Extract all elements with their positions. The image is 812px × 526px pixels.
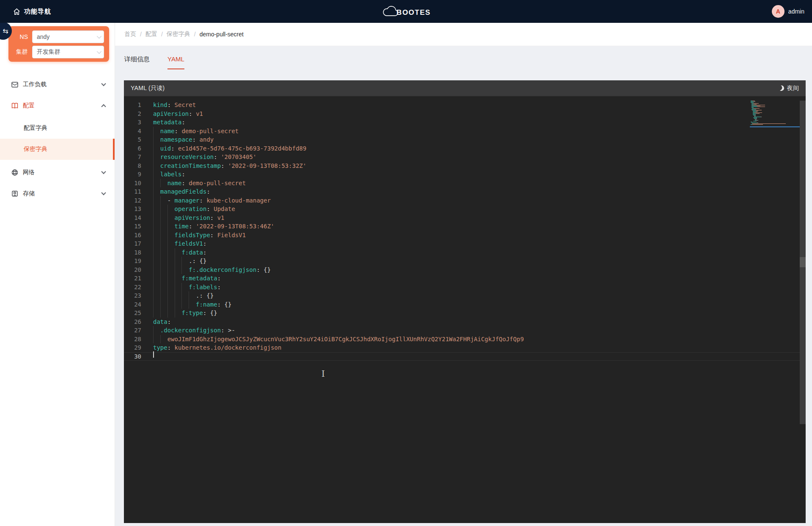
- line-number: 7: [124, 153, 141, 162]
- code-line: 17fieldsV1:: [124, 239, 806, 248]
- code-line: 23.: {}: [124, 291, 806, 300]
- line-number: 22: [124, 283, 141, 292]
- night-mode-label: 夜间: [787, 85, 799, 92]
- brand-logo: BOOTES: [381, 0, 431, 23]
- sidebar-menu: 工作负载 配置 配置字典 保密字典: [0, 72, 115, 202]
- namespace-select[interactable]: andy: [32, 30, 104, 43]
- line-number: 27: [124, 326, 141, 335]
- code-line: 22f:labels:: [124, 283, 806, 292]
- chevron-down-icon: [101, 169, 106, 174]
- editor-minimap[interactable]: [751, 101, 798, 127]
- config-book-icon: [11, 102, 19, 110]
- sidebar: ⇆ NS andy 集群 开发集群 工作负载: [0, 23, 115, 526]
- nav-home[interactable]: 功能导航: [0, 8, 51, 16]
- code-line: 5namespace: andy: [124, 135, 806, 144]
- tab-detail-info[interactable]: 详细信息: [124, 55, 150, 69]
- code-line: 21f:metadata:: [124, 274, 806, 283]
- line-number: 24: [124, 300, 141, 309]
- chevron-down-icon: [97, 49, 102, 54]
- editor-scrollbar-track[interactable]: [800, 101, 806, 424]
- breadcrumb: 首页 / 配置 / 保密字典 / demo-pull-secret: [115, 23, 812, 46]
- line-number: 28: [124, 335, 141, 344]
- breadcrumb-current: demo-pull-secret: [200, 31, 244, 38]
- code-line: 30: [124, 352, 806, 361]
- chevron-down-icon: [101, 190, 106, 195]
- ns-label: NS: [14, 33, 32, 40]
- nav-home-label: 功能导航: [24, 8, 51, 16]
- code-line: 12- manager: kube-cloud-manager: [124, 196, 806, 205]
- editor-caret: [153, 351, 154, 358]
- code-line: 14apiVersion: v1: [124, 214, 806, 222]
- code-line: 7resourceVersion: '20703405': [124, 153, 806, 162]
- sidebar-item-network[interactable]: 网络: [0, 164, 115, 181]
- line-number: 20: [124, 266, 141, 274]
- line-number: 11: [124, 187, 141, 196]
- code-line: 4name: demo-pull-secret: [124, 127, 806, 136]
- line-number: 2: [124, 110, 141, 118]
- main-content: 首页 / 配置 / 保密字典 / demo-pull-secret 详细信息 Y…: [115, 23, 812, 526]
- line-number: 3: [124, 118, 141, 127]
- yaml-editor-card: YAML (只读) 夜间 1kind: Secret2apiVersion: v…: [124, 80, 806, 523]
- line-number: 4: [124, 127, 141, 136]
- code-line: 13operation: Update: [124, 205, 806, 214]
- code-line: 27.dockerconfigjson: >-: [124, 326, 806, 335]
- line-number: 23: [124, 291, 141, 300]
- minimap-viewport-line: [750, 126, 801, 127]
- sidebar-item-workload[interactable]: 工作负载: [0, 76, 115, 93]
- user-menu[interactable]: A admin: [772, 0, 804, 23]
- sidebar-item-configmap-dict[interactable]: 配置字典: [0, 118, 115, 139]
- line-number: 12: [124, 196, 141, 205]
- code-line: 16fieldsType: FieldsV1: [124, 231, 806, 240]
- code-line: 8creationTimestamp: '2022-09-13T08:53:32…: [124, 162, 806, 170]
- brand-logo-text: BOOTES: [397, 8, 431, 17]
- breadcrumb-home[interactable]: 首页: [124, 30, 136, 38]
- code-line: 25f:type: {}: [124, 309, 806, 318]
- avatar: A: [772, 5, 785, 18]
- line-number: 18: [124, 248, 141, 257]
- cluster-select[interactable]: 开发集群: [32, 46, 104, 58]
- code-line: 9labels:: [124, 170, 806, 179]
- namespace-select-value: andy: [37, 33, 97, 40]
- code-line: 18f:data:: [124, 248, 806, 257]
- line-number: 8: [124, 162, 141, 170]
- code-line: 15time: '2022-09-13T08:53:46Z': [124, 222, 806, 231]
- code-line: 26data:: [124, 318, 806, 326]
- line-number: 19: [124, 257, 141, 266]
- network-globe-icon: [11, 169, 19, 176]
- line-number: 14: [124, 214, 141, 222]
- code-line: 1kind: Secret: [124, 101, 806, 110]
- code-line: 10name: demo-pull-secret: [124, 179, 806, 188]
- yaml-editor-header: YAML (只读) 夜间: [124, 80, 806, 96]
- code-line: 24f:name: {}: [124, 300, 806, 309]
- code-line: 2apiVersion: v1: [124, 110, 806, 118]
- sidebar-item-secret-dict[interactable]: 保密字典: [0, 139, 115, 160]
- chevron-down-icon: [97, 34, 102, 38]
- code-line: 28ewoJImF1dGhzIjogewoJCSJyZWcucnVuc3RhY2…: [124, 335, 806, 344]
- night-mode-toggle[interactable]: 夜间: [779, 85, 799, 92]
- editor-scrollbar-thumb[interactable]: [800, 257, 806, 267]
- line-number: 16: [124, 231, 141, 240]
- line-number: 17: [124, 239, 141, 248]
- collapse-arrows-icon: ⇆: [3, 27, 8, 35]
- code-line: 19.: {}: [124, 257, 806, 266]
- code-line: 11managedFields:: [124, 187, 806, 196]
- line-number: 30: [124, 353, 141, 361]
- top-nav: 功能导航 BOOTES A admin: [0, 0, 812, 23]
- code-line: 20f:.dockerconfigjson: {}: [124, 266, 806, 274]
- namespace-cluster-panel: NS andy 集群 开发集群: [8, 26, 109, 62]
- chevron-down-icon: [101, 81, 106, 86]
- cluster-select-value: 开发集群: [37, 48, 97, 56]
- sidebar-item-config[interactable]: 配置: [0, 97, 115, 114]
- line-number: 10: [124, 179, 141, 188]
- line-number: 13: [124, 205, 141, 214]
- tab-yaml[interactable]: YAML: [167, 55, 184, 69]
- sidebar-item-storage[interactable]: 存储: [0, 185, 115, 202]
- code-line: 3metadata:: [124, 118, 806, 127]
- yaml-code-editor[interactable]: 1kind: Secret2apiVersion: v13metadata:4n…: [124, 96, 806, 523]
- breadcrumb-config[interactable]: 配置: [145, 30, 157, 38]
- line-number: 6: [124, 144, 141, 153]
- code-line: 29type: kubernetes.io/dockerconfigjson: [124, 343, 806, 352]
- line-number: 15: [124, 222, 141, 231]
- breadcrumb-secret-dict[interactable]: 保密字典: [167, 30, 190, 38]
- yaml-readonly-title: YAML (只读): [131, 85, 779, 92]
